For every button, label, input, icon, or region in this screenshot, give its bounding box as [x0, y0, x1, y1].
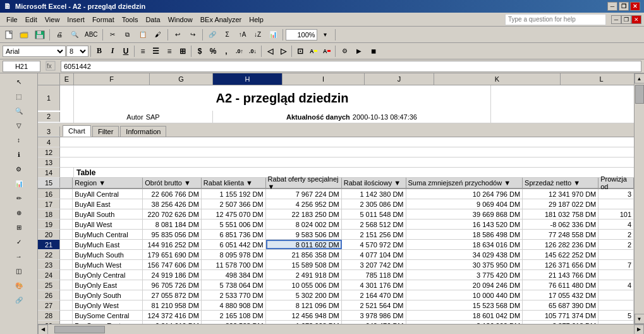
- list-item[interactable]: 1 155 192 DM: [202, 189, 266, 199]
- list-item[interactable]: 6 014 610 DM: [143, 321, 202, 324]
- italic-button[interactable]: I: [106, 45, 119, 58]
- list-item[interactable]: [598, 321, 634, 324]
- hyperlink-button[interactable]: 🔗: [205, 28, 219, 42]
- tab-chart[interactable]: Chart: [63, 125, 91, 137]
- sort-desc-button[interactable]: ↓Z: [251, 28, 265, 42]
- scroll-up-button[interactable]: ▲: [635, 73, 645, 84]
- list-item[interactable]: 2 521 564 DM: [342, 300, 406, 310]
- list-item[interactable]: 39 669 868 DM: [406, 209, 523, 219]
- list-item[interactable]: 22 606 766 DM: [143, 189, 202, 199]
- minimize-button[interactable]: ─: [607, 2, 617, 11]
- list-item[interactable]: BuyMuch West: [73, 260, 143, 269]
- copy-button[interactable]: ⧉: [121, 28, 135, 42]
- restore-button[interactable]: ❐: [619, 2, 629, 11]
- list-item[interactable]: 20 094 246 DM: [406, 280, 523, 290]
- cell-e26[interactable]: [60, 290, 73, 300]
- list-item[interactable]: 3: [598, 189, 634, 199]
- list-item[interactable]: 6 051 442 DM: [202, 240, 266, 249]
- list-item[interactable]: 12 341 970 DM: [523, 189, 598, 199]
- list-item[interactable]: 7: [598, 260, 634, 269]
- sidebar-icon-zoom[interactable]: 🔍: [11, 104, 27, 118]
- list-item[interactable]: BuyMuch South: [73, 250, 143, 259]
- sidebar-icon-layers[interactable]: ◫: [11, 264, 27, 278]
- font-select[interactable]: Arial: [3, 46, 66, 57]
- list-item[interactable]: BuyOnly West: [73, 300, 143, 310]
- cell-e16[interactable]: [60, 189, 73, 199]
- sidebar-icon-arrow[interactable]: →: [11, 249, 27, 263]
- list-item[interactable]: 8 011 602 DM: [266, 240, 342, 249]
- list-item[interactable]: 4 301 176 DM: [342, 280, 406, 290]
- bex-btn3[interactable]: ◼: [367, 44, 380, 58]
- scroll-left-button[interactable]: ◀: [38, 325, 48, 335]
- sidebar-icon-settings[interactable]: ⚙: [11, 162, 27, 176]
- format-painter-button[interactable]: 🖌: [151, 28, 165, 42]
- redo-button[interactable]: ↪: [186, 28, 200, 42]
- spell-button[interactable]: ABC: [83, 28, 100, 42]
- align-left-button[interactable]: ≡: [137, 45, 149, 58]
- list-item[interactable]: BuyAll Central: [73, 189, 143, 199]
- col-f-header[interactable]: F: [74, 73, 150, 85]
- row-13-content[interactable]: [60, 158, 634, 167]
- list-item[interactable]: 38 256 426 DM: [143, 199, 202, 209]
- list-item[interactable]: BuyOnly Central: [73, 270, 143, 280]
- list-item[interactable]: 5 011 548 DM: [342, 209, 406, 219]
- list-item[interactable]: 9 583 506 DM: [266, 230, 342, 239]
- list-item[interactable]: 5: [598, 311, 634, 320]
- list-item[interactable]: BuySome Central: [73, 311, 143, 320]
- col-l-header[interactable]: L: [561, 73, 634, 85]
- list-item[interactable]: 156 747 606 DM: [143, 260, 202, 269]
- list-item[interactable]: 81 210 958 DM: [143, 300, 202, 310]
- list-item[interactable]: [598, 300, 634, 310]
- menu-tools[interactable]: Tools: [118, 15, 142, 25]
- comma-button[interactable]: ,: [220, 45, 233, 58]
- cell-e21[interactable]: [60, 240, 73, 249]
- menu-bex-analyzer[interactable]: BEx Analyzer: [197, 15, 245, 25]
- list-item[interactable]: 34 029 438 DM: [406, 250, 523, 259]
- list-item[interactable]: 29 187 022 DM: [523, 199, 598, 209]
- list-item[interactable]: [598, 199, 634, 209]
- list-item[interactable]: 3 978 986 DM: [342, 311, 406, 320]
- cell-e27[interactable]: [60, 300, 73, 310]
- app-close-button[interactable]: ✕: [631, 15, 641, 24]
- list-item[interactable]: 2: [598, 230, 634, 239]
- list-item[interactable]: 65 687 390 DM: [523, 300, 598, 310]
- list-item[interactable]: 77 248 558 DM: [523, 230, 598, 239]
- list-item[interactable]: 5 738 064 DM: [202, 280, 266, 290]
- col-k-header[interactable]: K: [434, 73, 561, 85]
- increase-indent-button[interactable]: ▷: [277, 45, 289, 58]
- list-item[interactable]: [598, 290, 634, 300]
- menu-data[interactable]: Data: [142, 15, 164, 25]
- row-12-content[interactable]: [60, 147, 634, 157]
- list-item[interactable]: 3 207 742 DM: [342, 260, 406, 269]
- scroll-thumb[interactable]: [635, 85, 644, 104]
- scroll-down-button[interactable]: ▼: [635, 314, 645, 324]
- list-item[interactable]: BuyOnly South: [73, 290, 143, 300]
- sidebar-icon-pencil[interactable]: ✏: [11, 191, 27, 205]
- merge-button[interactable]: ⊞: [176, 45, 189, 58]
- tab-information[interactable]: Information: [120, 126, 166, 137]
- col-i-header[interactable]: I: [283, 73, 365, 85]
- list-item[interactable]: 5 551 006 DM: [202, 220, 266, 229]
- list-item[interactable]: BuySome East: [73, 321, 143, 324]
- cell-e17[interactable]: [60, 199, 73, 209]
- preview-button[interactable]: 🔍: [68, 28, 82, 42]
- chart-wizard-button[interactable]: 📊: [266, 28, 280, 42]
- sidebar-icon-link[interactable]: 🔗: [11, 293, 27, 307]
- menu-window[interactable]: Window: [164, 15, 197, 25]
- list-item[interactable]: 2 164 470 DM: [342, 290, 406, 300]
- list-item[interactable]: BuyAll East: [73, 199, 143, 209]
- list-item[interactable]: 9 069 404 DM: [406, 199, 523, 209]
- increase-decimal-button[interactable]: .0↑: [233, 45, 246, 58]
- list-item[interactable]: 181 032 758 DM: [523, 209, 598, 219]
- sidebar-icon-filter[interactable]: ▽: [11, 118, 27, 132]
- decrease-decimal-button[interactable]: .0↓: [246, 45, 259, 58]
- bold-button[interactable]: B: [93, 45, 106, 58]
- help-search-input[interactable]: [505, 14, 606, 25]
- border-button[interactable]: ⊡: [294, 45, 307, 58]
- font-size-select[interactable]: 8: [66, 46, 88, 57]
- list-item[interactable]: 7 967 224 DM: [266, 189, 342, 199]
- list-item[interactable]: [598, 270, 634, 280]
- paste-button[interactable]: 📋: [136, 28, 150, 42]
- list-item[interactable]: 220 702 626 DM: [143, 209, 202, 219]
- cell-ref-input[interactable]: [3, 61, 40, 72]
